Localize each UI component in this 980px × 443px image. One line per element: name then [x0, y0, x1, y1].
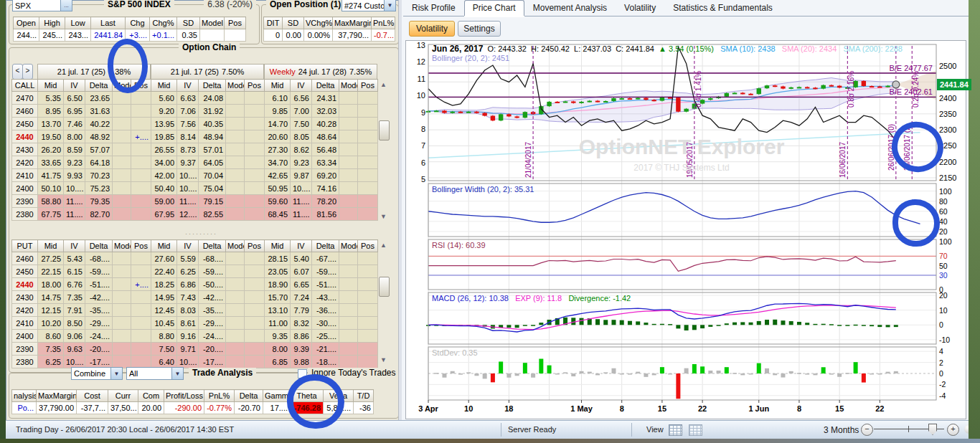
put-row-2410[interactable]: 241010.208.50-29....10.458.61-29....11.0… [12, 317, 378, 330]
zoom-in-button[interactable]: + [947, 424, 959, 436]
call-scroll-thumb[interactable] [379, 120, 390, 140]
call-row-2460[interactable]: 24608.956.9531.639.207.0631.929.857.0032… [12, 105, 378, 118]
grid-view-icon[interactable] [669, 424, 682, 436]
column-header[interactable]: Mid [151, 80, 177, 92]
column-header[interactable]: Chg% [150, 17, 177, 29]
column-header[interactable]: Model [200, 17, 225, 29]
column-header[interactable]: Pos [245, 80, 265, 92]
column-header[interactable]: PnL% [372, 17, 395, 29]
column-header[interactable]: Cost [77, 390, 108, 402]
column-header[interactable]: Mode [226, 240, 245, 252]
column-header[interactable]: Last [91, 17, 126, 29]
call-row-2380[interactable]: 238067.7511....82.7067.9512....82.5568.4… [12, 208, 378, 221]
column-header[interactable]: VChg% [304, 17, 333, 29]
call-row-2430[interactable]: 243026.208.5957.0726.558.7357.0127.308.6… [12, 143, 378, 156]
filter-combo[interactable]: All ▼ [126, 367, 184, 380]
column-header[interactable]: IV [291, 80, 312, 92]
column-header[interactable]: IV [64, 240, 85, 252]
column-header[interactable]: Pos [131, 240, 151, 252]
column-header[interactable]: Delta [199, 80, 226, 92]
put-row-2430[interactable]: 243014.757.35-42....14.957.43-42....15.7… [12, 291, 378, 304]
column-header[interactable]: Mid [265, 80, 291, 92]
put-row-2450[interactable]: 245022.156.15-59....22.406.25-59....23.0… [12, 265, 378, 278]
position-selector-combo[interactable]: #274 Custo ▼ [341, 0, 396, 11]
tab-movement-analysis[interactable]: Movement Analysis [524, 0, 616, 16]
column-header[interactable]: T/D [354, 390, 374, 402]
column-header[interactable]: Profit/Loss [164, 390, 204, 402]
column-header[interactable]: Pos [225, 17, 246, 29]
column-header[interactable]: Curr [108, 390, 138, 402]
tab-price-chart[interactable]: Price Chart [464, 0, 524, 16]
column-header[interactable]: Open [14, 17, 39, 29]
put-scroll-thumb[interactable] [379, 277, 390, 297]
put-row-2400[interactable]: 24008.609.06-24....8.809.16-24....9.358.… [12, 330, 378, 343]
scroll-down-icon[interactable]: ▼ [380, 357, 387, 363]
put-row-2440[interactable]: 244018.006.76-51....+....18.256.86-50...… [12, 278, 378, 291]
column-header[interactable]: PnL% [204, 390, 235, 402]
column-header[interactable]: Mid [151, 240, 177, 252]
put-row-2460[interactable]: 246027.255.43-68....27.605.59-68....28.1… [12, 252, 378, 265]
column-header[interactable]: Delta [85, 80, 113, 92]
column-header[interactable]: Mode [226, 80, 245, 92]
column-header[interactable]: Mode [339, 240, 358, 252]
column-header[interactable]: DIT [264, 17, 283, 29]
call-row-2440[interactable]: 244019.508.0048.92+....19.858.1448.9420.… [12, 130, 378, 143]
volatility-button[interactable]: Volatility [409, 21, 455, 37]
column-header[interactable]: nalysis [12, 390, 37, 402]
column-header[interactable]: IV [177, 240, 199, 252]
column-header[interactable]: IV [64, 80, 85, 92]
column-header[interactable]: Pos [358, 240, 378, 252]
call-row-2390[interactable]: 239058.8011....79.3559.0011....79.1559.6… [12, 195, 378, 208]
call-row-2420[interactable]: 242033.659.2364.1834.009.3764.0534.709.2… [12, 156, 378, 169]
column-header[interactable]: Com [138, 390, 164, 402]
chain-prev-button[interactable]: < [12, 64, 23, 80]
column-header[interactable]: IV [291, 240, 312, 252]
scroll-up-icon[interactable]: ▲ [380, 242, 387, 249]
call-row-2450[interactable]: 245013.707.4640.2213.957.5640.3514.707.5… [12, 118, 378, 130]
column-header[interactable]: Mid [265, 240, 291, 252]
combine-combo[interactable]: Combine ▼ [71, 367, 123, 380]
zoom-out-button[interactable]: − [861, 424, 873, 436]
chevron-down-icon[interactable]: ▼ [171, 368, 183, 379]
put-row-2390[interactable]: 23907.359.63-20....7.509.71-20....8.009.… [12, 343, 378, 356]
call-row-2400[interactable]: 240050.1010....75.2350.4010....75.0450.9… [12, 182, 378, 195]
range-slider-thumb[interactable] [928, 424, 937, 435]
scroll-down-icon[interactable]: ▼ [380, 214, 387, 220]
ellipsis-button[interactable]: ... [60, 0, 72, 11]
column-header[interactable]: SD [177, 17, 200, 29]
chevron-down-icon[interactable]: ▼ [110, 368, 122, 379]
column-header[interactable]: Mid [38, 240, 64, 252]
put-row-2380[interactable]: 23806.2510....-17....6.4010....-17....6.… [12, 356, 378, 368]
column-header[interactable]: Delta [312, 80, 339, 92]
expiry-header-2[interactable]: Weekly24 jul. 17 (28)7.35% [264, 64, 377, 80]
column-header[interactable]: Low [65, 17, 91, 29]
settings-button[interactable]: Settings [458, 21, 501, 37]
column-header[interactable]: MaxMargin [333, 17, 372, 29]
chain-next-button[interactable]: > [22, 64, 33, 80]
put-row-2420[interactable]: 242012.157.91-35....12.458.03-35....13.1… [12, 304, 378, 317]
column-header[interactable]: Gamma [263, 390, 291, 402]
column-header[interactable]: SD [283, 17, 304, 29]
split-view-icon[interactable] [689, 424, 702, 436]
panel-splitter[interactable] [398, 0, 402, 420]
position-row[interactable]: 00.000.00%37,790...-0.7... [264, 29, 395, 42]
column-header[interactable]: Mode [339, 80, 358, 92]
column-header[interactable]: Chg [126, 17, 150, 29]
call-row-2410[interactable]: 241041.759.9370.2342.0010....70.0442.659… [12, 169, 378, 182]
tab-statistics-fundamentals[interactable]: Statistics & Fundamentals [664, 0, 781, 16]
column-header[interactable]: Delta [199, 240, 226, 252]
column-header[interactable]: High [39, 17, 65, 29]
column-header[interactable]: MaxMargin [37, 390, 77, 402]
column-header[interactable]: Mid [38, 80, 64, 92]
chevron-down-icon[interactable]: ▼ [384, 0, 395, 11]
column-header[interactable]: IV [177, 80, 199, 92]
column-header[interactable]: Delta [85, 240, 113, 252]
column-header[interactable]: Pos [245, 240, 265, 252]
column-header[interactable]: Delta [235, 390, 263, 402]
column-header[interactable]: Pos [358, 80, 378, 92]
symbol-combo[interactable]: SPX ... [12, 0, 72, 11]
column-header[interactable]: Mode [113, 240, 131, 252]
tab-volatility[interactable]: Volatility [616, 0, 664, 16]
scroll-up-icon[interactable]: ▲ [380, 82, 387, 88]
tab-risk-profile[interactable]: Risk Profile [403, 0, 464, 16]
